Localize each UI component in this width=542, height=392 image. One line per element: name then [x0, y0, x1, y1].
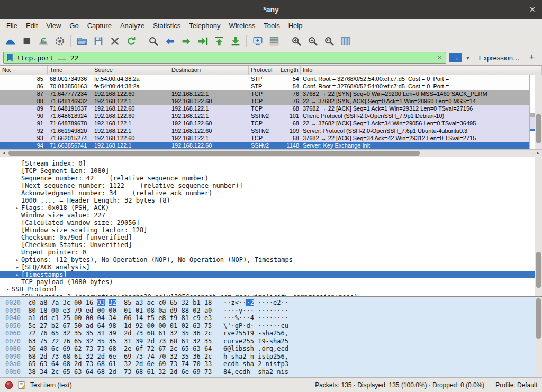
file-close-button[interactable]: [106, 34, 123, 49]
find-button[interactable]: [145, 34, 161, 49]
hex-row-0060[interactable]: 0060 72 76 65 32 35 35 31 39 2d 73 68 61…: [5, 330, 542, 338]
detail-line[interactable]: [TCP Segment Len: 1080]: [0, 167, 542, 175]
menu-wireless[interactable]: Wireless: [224, 20, 259, 31]
detail-line[interactable]: [Stream index: 0]: [0, 160, 542, 167]
packet-row-91[interactable]: 9171.648789678192.168.122.1192.168.122.6…: [0, 120, 529, 127]
column-header-time[interactable]: Time: [48, 66, 92, 75]
expander-icon[interactable]: ▸: [14, 271, 21, 278]
file-open-button[interactable]: [74, 34, 90, 49]
packet-row-90[interactable]: 9071.648618924192.168.122.60192.168.122.…: [0, 112, 529, 120]
profile-status[interactable]: Profile: Default: [489, 380, 537, 390]
detail-line[interactable]: Sequence number: 42 (relative sequence n…: [0, 175, 542, 182]
packet-list-scrollbar[interactable]: [535, 75, 542, 149]
detail-line[interactable]: ▸Options: (12 bytes), No-Operation (NOP)…: [0, 256, 542, 263]
hex-row-0040[interactable]: 0040 a1 dd c1 25 00 00 04 34 06 14 f5 e8…: [5, 314, 542, 322]
menu-go[interactable]: Go: [65, 20, 83, 31]
zoom-out-button[interactable]: [304, 34, 321, 49]
detail-line[interactable]: ▸SSH Version 2 (encryption:chacha20-poly…: [0, 293, 542, 297]
packet-row-89[interactable]: 8971.648191037192.168.122.60192.168.122.…: [0, 105, 529, 112]
colorize-button[interactable]: [266, 34, 282, 49]
display-filter-input[interactable]: !tcp.port == 22 ✕: [3, 52, 446, 64]
detail-line[interactable]: [Window size scaling factor: 128]: [0, 226, 542, 234]
hex-row-00b0[interactable]: 00b0 38 34 2c 65 63 64 68 2d 73 68 61 32…: [5, 368, 542, 376]
selected-byte[interactable]: 32: [109, 299, 116, 306]
details-scrollbar[interactable]: [535, 157, 542, 296]
scroll-left-icon[interactable]: ◂: [0, 150, 7, 157]
filter-history-dropdown-icon[interactable]: ▾: [465, 54, 471, 61]
expander-icon[interactable]: ▸: [14, 293, 21, 297]
scroll-right-icon[interactable]: ▸: [535, 150, 542, 157]
column-header-destination[interactable]: Destination: [169, 66, 249, 75]
clear-filter-icon[interactable]: ✕: [436, 54, 443, 61]
expander-icon[interactable]: ▸: [14, 263, 21, 271]
detail-line[interactable]: ▸[SEQ/ACK analysis]: [0, 263, 542, 271]
hex-row-0090[interactable]: 0090 68 2d 73 68 61 32 2d 6e 69 73 74 70…: [5, 353, 542, 361]
expression-button[interactable]: Expression…: [474, 52, 525, 63]
capture-start-button[interactable]: [2, 34, 19, 49]
hex-row-0020[interactable]: 0020 c0 a8 7a 3c 00 16 93 32 85 a3 ac c0…: [5, 299, 542, 307]
hex-row-0050[interactable]: 0050 5c 27 b2 67 50 ad 64 98 1d 92 00 00…: [5, 322, 542, 330]
menu-analyze[interactable]: Analyze: [116, 20, 149, 31]
detail-line[interactable]: Acknowledgment number: 34 (relative ack …: [0, 189, 542, 197]
detail-line[interactable]: TCP payload (1080 bytes): [0, 278, 542, 286]
hex-scrollbar[interactable]: [535, 297, 542, 377]
menu-telephony[interactable]: Telephony: [185, 20, 224, 31]
detail-line[interactable]: Urgent pointer: 0: [0, 249, 542, 256]
zoom-reset-button[interactable]: [321, 34, 337, 49]
packet-row-94[interactable]: 9471.663856741192.168.122.1192.168.122.6…: [0, 142, 529, 149]
capture-restart-button[interactable]: [35, 34, 51, 49]
expert-info-icon[interactable]: [5, 381, 13, 389]
detail-line[interactable]: ▾SSH Protocol: [0, 286, 542, 293]
close-button[interactable]: ✕: [529, 0, 536, 19]
packet-list-hscrollbar[interactable]: ◂ ▸: [0, 149, 542, 157]
selected-byte[interactable]: ·: [246, 299, 250, 306]
go-last-button[interactable]: [227, 34, 243, 49]
packet-row-88[interactable]: 8871.648146932192.168.122.1192.168.122.6…: [0, 97, 529, 105]
detail-line[interactable]: ▸[Timestamps]: [0, 271, 542, 278]
go-forward-button[interactable]: [178, 34, 194, 49]
menu-capture[interactable]: Capture: [83, 20, 116, 31]
column-header-length[interactable]: Length: [278, 66, 301, 75]
bookmark-icon[interactable]: [6, 53, 13, 62]
detail-line[interactable]: [Calculated window size: 29056]: [0, 219, 542, 226]
column-header-no[interactable]: No.: [0, 66, 48, 75]
column-header-info[interactable]: Info: [301, 66, 542, 75]
selected-byte[interactable]: 93: [97, 299, 104, 306]
detail-line[interactable]: Checksum: 0x79ed [unverified]: [0, 234, 542, 241]
hex-row-0070[interactable]: 0070 63 75 72 76 65 32 35 35 31 39 2d 73…: [5, 338, 542, 345]
packet-row-87[interactable]: 8771.647777234192.168.122.60192.168.122.…: [0, 90, 529, 97]
capture-comment-icon[interactable]: [17, 381, 26, 389]
go-back-button[interactable]: [161, 34, 178, 49]
expander-icon[interactable]: ▾: [4, 286, 12, 293]
menu-file[interactable]: File: [2, 20, 22, 31]
add-filter-button[interactable]: +: [527, 52, 539, 63]
capture-stop-button[interactable]: [19, 34, 35, 49]
column-header-source[interactable]: Source: [92, 66, 169, 75]
menu-statistics[interactable]: Statistics: [149, 20, 185, 31]
packet-row-93[interactable]: 9371.662015274192.168.122.60192.168.122.…: [0, 134, 529, 142]
reload-button[interactable]: [123, 34, 139, 49]
go-first-button[interactable]: [211, 34, 227, 49]
packet-row-85[interactable]: 8568.001734936fe:54:00:d4:38:2aSTP54Conf…: [0, 75, 529, 83]
detail-line[interactable]: [Checksum Status: Unverified]: [0, 241, 542, 249]
capture-options-button[interactable]: [51, 34, 68, 49]
menu-help[interactable]: Help: [284, 20, 307, 31]
auto-scroll-button[interactable]: [249, 34, 266, 49]
menu-view[interactable]: View: [42, 20, 65, 31]
resize-columns-button[interactable]: [337, 34, 354, 49]
zoom-in-button[interactable]: [288, 34, 304, 49]
expander-icon[interactable]: ▸: [14, 256, 21, 263]
file-save-button[interactable]: [90, 34, 106, 49]
packet-row-92[interactable]: 9271.661949820192.168.122.1192.168.122.6…: [0, 127, 529, 134]
hex-row-0080[interactable]: 0080 36 40 6c 69 62 73 73 68 2e 6f 72 67…: [5, 345, 542, 353]
packet-row-86[interactable]: 8670.013850163fe:54:00:d4:38:2aSTP54Conf…: [0, 83, 529, 90]
apply-filter-button[interactable]: →: [449, 53, 462, 62]
go-to-packet-button[interactable]: [194, 34, 211, 49]
menu-tools[interactable]: Tools: [259, 20, 284, 31]
menu-edit[interactable]: Edit: [22, 20, 42, 31]
detail-line[interactable]: [Next sequence number: 1122 (relative se…: [0, 182, 542, 189]
expander-icon[interactable]: ▸: [14, 204, 21, 212]
selected-byte[interactable]: 2: [250, 299, 254, 306]
column-header-protocol[interactable]: Protocol: [249, 66, 278, 75]
detail-line[interactable]: ▸Flags: 0x018 (PSH, ACK): [0, 204, 542, 212]
